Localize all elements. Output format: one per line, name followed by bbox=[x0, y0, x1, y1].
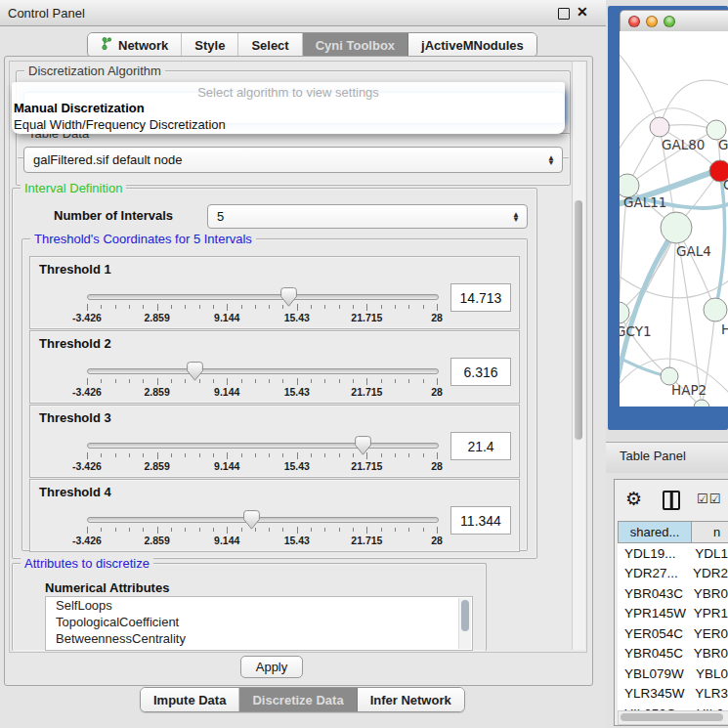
network-window-titlebar[interactable] bbox=[620, 10, 728, 33]
cell-shared-name: YLR345W bbox=[618, 686, 695, 701]
attribute-item-betweennesscentrality[interactable]: BetweennessCentrality bbox=[46, 630, 472, 647]
slider-track[interactable] bbox=[87, 294, 439, 300]
mac-close-button[interactable] bbox=[628, 16, 640, 27]
checkbox-icons[interactable]: ☑☑ bbox=[697, 492, 721, 506]
network-node[interactable] bbox=[661, 212, 692, 243]
table-row[interactable]: YER054CYER0 bbox=[618, 623, 728, 644]
threshold-value-field[interactable]: 14.713 bbox=[450, 283, 511, 312]
cell-name: YBR0 bbox=[694, 646, 728, 661]
panel-scrollbar-thumb[interactable] bbox=[575, 200, 582, 440]
slider-track[interactable] bbox=[87, 368, 439, 374]
columns-icon[interactable] bbox=[663, 491, 680, 510]
close-icon[interactable]: ✕ bbox=[577, 4, 588, 20]
slider-tick bbox=[311, 453, 312, 457]
slider-tick bbox=[324, 379, 325, 383]
slider-tick bbox=[255, 305, 256, 309]
slider-tick bbox=[129, 528, 130, 532]
slider-tick bbox=[324, 528, 325, 532]
table-row[interactable]: YDL19...YDL1 bbox=[618, 543, 728, 564]
network-node[interactable] bbox=[650, 117, 669, 137]
threshold-slider[interactable]: -3.4262.8599.14415.4321.71528 bbox=[87, 292, 437, 323]
slider-tick bbox=[423, 528, 424, 532]
popup-option-equal-width-frequency[interactable]: Equal Width/Frequency Discretization bbox=[14, 117, 226, 132]
slider-tick bbox=[115, 305, 116, 309]
threshold-value-field[interactable]: 21.4 bbox=[450, 432, 511, 460]
attributes-scrollbar[interactable] bbox=[458, 598, 471, 649]
network-canvas[interactable]: GAL80GCGAL11GAL4GCY1HHAP2 bbox=[620, 31, 728, 407]
threshold-slider[interactable]: -3.4262.8599.14415.4321.71528 bbox=[87, 515, 437, 546]
table-row[interactable]: YLR345WYLR3 bbox=[618, 684, 728, 705]
network-node-label-gal4: GAL4 bbox=[676, 243, 711, 259]
slider-tick bbox=[324, 453, 325, 457]
mac-minimize-button[interactable] bbox=[646, 16, 658, 27]
slider-tick bbox=[241, 305, 242, 309]
tab-style[interactable]: Style bbox=[182, 33, 238, 57]
slider-tick-label: 21.715 bbox=[351, 386, 382, 398]
network-node[interactable] bbox=[694, 400, 709, 407]
slider-tick bbox=[241, 453, 242, 457]
table-data-combobox[interactable]: galFiltered.sif default node ▲▼ bbox=[23, 147, 563, 173]
slider-thumb[interactable] bbox=[187, 362, 203, 381]
tab-discretize-data[interactable]: Discretize Data bbox=[239, 688, 357, 711]
apply-button[interactable]: Apply bbox=[240, 656, 303, 678]
slider-tick bbox=[282, 379, 283, 383]
slider-thumb[interactable] bbox=[243, 510, 260, 530]
slider-tick bbox=[87, 527, 88, 534]
tab-infer-network[interactable]: Infer Network bbox=[358, 688, 464, 711]
threshold-slider[interactable]: -3.4262.8599.14415.4321.71528 bbox=[87, 441, 437, 472]
cell-name: YBR0 bbox=[694, 586, 728, 601]
slider-tick bbox=[297, 452, 298, 459]
control-panel-title: Control Panel bbox=[8, 6, 85, 21]
cell-shared-name: YER054C bbox=[618, 626, 694, 641]
table-data-selected-value: galFiltered.sif default node bbox=[33, 152, 182, 167]
network-node[interactable] bbox=[620, 302, 629, 323]
attribute-item-topologicalcoefficient[interactable]: TopologicalCoefficient bbox=[46, 614, 472, 630]
numerical-attributes-list[interactable]: SelfLoopsTopologicalCoefficientBetweenne… bbox=[45, 596, 473, 651]
table-row[interactable]: YBL079WYBL0 bbox=[618, 664, 728, 684]
slider-thumb[interactable] bbox=[280, 287, 297, 307]
table-horizontal-scrollbar-thumb[interactable] bbox=[621, 713, 723, 721]
column-header-shared[interactable]: shared... bbox=[618, 521, 692, 543]
threshold-value-field[interactable]: 11.344 bbox=[450, 506, 511, 535]
attributes-scrollbar-thumb[interactable] bbox=[461, 600, 469, 631]
network-edge[interactable] bbox=[620, 49, 660, 127]
number-of-intervals-combobox[interactable]: 5 ▲▼ bbox=[207, 204, 528, 229]
discretization-algorithm-label: Discretization Algorithm bbox=[24, 64, 165, 78]
tab-network[interactable]: Network bbox=[88, 33, 182, 57]
slider-tick bbox=[353, 453, 354, 457]
threshold-value-field[interactable]: 6.316 bbox=[450, 358, 511, 386]
network-edge[interactable] bbox=[669, 228, 676, 376]
tab-impute-data[interactable]: Impute Data bbox=[141, 688, 239, 711]
slider-thumb[interactable] bbox=[355, 436, 371, 455]
slider-track[interactable] bbox=[87, 517, 439, 523]
slider-tick bbox=[423, 379, 424, 383]
cell-name: YDL1 bbox=[695, 546, 728, 561]
network-node[interactable] bbox=[704, 298, 727, 321]
table-row[interactable]: YIL052CYIL0 bbox=[618, 704, 728, 710]
table-row[interactable]: YPR145WYPR1 bbox=[618, 604, 728, 624]
slider-track[interactable] bbox=[87, 443, 439, 449]
tab-label: Infer Network bbox=[370, 693, 451, 707]
slider-tick bbox=[241, 379, 242, 383]
float-window-icon[interactable] bbox=[558, 8, 570, 20]
popup-option-manual-discretization[interactable]: Manual Discretization bbox=[14, 101, 145, 115]
attribute-item-selfloops[interactable]: SelfLoops bbox=[46, 597, 472, 614]
table-row[interactable]: YDR27...YDR2 bbox=[618, 564, 728, 584]
slider-tick bbox=[101, 528, 102, 532]
panel-scrollbar[interactable] bbox=[572, 62, 585, 650]
tab-cyni-toolbox[interactable]: Cyni Toolbox bbox=[303, 33, 408, 57]
gear-icon[interactable]: ⚙ bbox=[625, 488, 642, 510]
slider-tick-label: 15.43 bbox=[284, 386, 310, 398]
table-horizontal-scrollbar[interactable] bbox=[618, 710, 728, 725]
tab-select[interactable]: Select bbox=[238, 33, 302, 57]
tab-jactivemnodules[interactable]: jActiveMNodules bbox=[408, 33, 536, 57]
slider-tick bbox=[199, 305, 200, 309]
network-node-label-g: G bbox=[718, 137, 728, 152]
column-header-name[interactable]: n bbox=[691, 521, 728, 543]
table-row[interactable]: YBR045CYBR0 bbox=[618, 644, 728, 664]
table-row[interactable]: YBR043CYBR0 bbox=[618, 583, 728, 604]
mac-zoom-button[interactable] bbox=[664, 16, 675, 27]
slider-tick bbox=[311, 528, 312, 532]
threshold-slider[interactable]: -3.4262.8599.14415.4321.71528 bbox=[87, 366, 437, 398]
cyni-mode-tabs: Impute DataDiscretize DataInfer Network bbox=[140, 687, 465, 712]
